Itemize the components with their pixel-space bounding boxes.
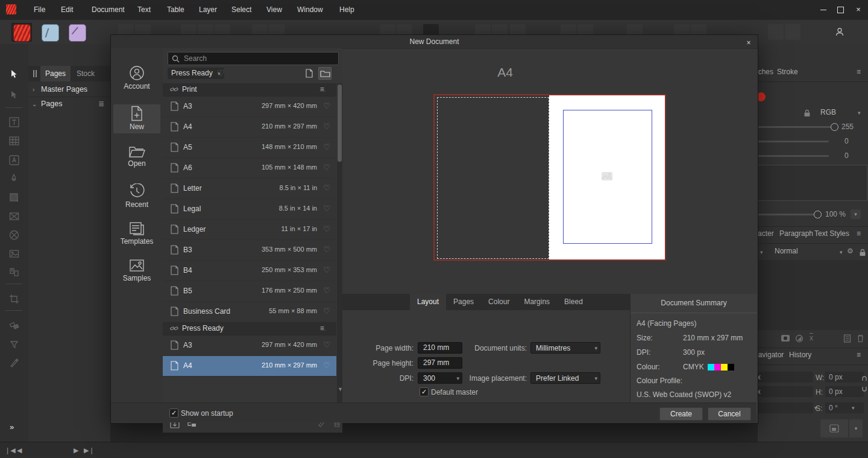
snapping-button[interactable]	[820, 419, 848, 437]
menu-text[interactable]: Text	[137, 5, 151, 14]
move-tool[interactable]	[7, 67, 21, 81]
vector-brush-tool[interactable]	[7, 355, 21, 370]
chevron-right-icon[interactable]: ›	[33, 83, 34, 97]
menu-document[interactable]: Document	[92, 5, 125, 14]
nav-templates[interactable]: Templates	[113, 221, 160, 246]
lock-icon[interactable]	[859, 249, 866, 256]
search-input[interactable]	[183, 53, 336, 64]
favorite-icon[interactable]: ♡	[323, 340, 330, 349]
tab-history[interactable]: History	[789, 351, 811, 359]
nav-account[interactable]: Account	[113, 65, 160, 91]
fx-layer-icon[interactable]: x	[810, 334, 813, 342]
tab-stroke[interactable]: Stroke	[777, 68, 798, 76]
photo-persona-button[interactable]	[67, 23, 87, 42]
rotation-field[interactable]: 0 °▾	[757, 402, 813, 413]
press-ready-section-header[interactable]: Press Ready ≡.	[163, 322, 336, 336]
delete-layer-icon[interactable]	[857, 334, 864, 343]
frame-text-tool[interactable]	[7, 115, 21, 129]
menu-layer[interactable]: Layer	[199, 5, 217, 14]
preset-a6[interactable]: A6105 mm × 148 mm♡	[163, 158, 336, 179]
chevron-down-icon[interactable]: ⌄	[32, 97, 37, 111]
favorite-icon[interactable]: ♡	[323, 204, 330, 213]
scrollbar-thumb[interactable]	[338, 84, 342, 162]
shear-field[interactable]: 0 °▾	[825, 402, 864, 413]
colour-swatch-red[interactable]	[757, 92, 766, 101]
placement-select[interactable]: Prefer Linked ▾	[530, 372, 600, 384]
new-layer-icon[interactable]	[843, 334, 851, 343]
master-pages-section[interactable]: › Master Pages	[28, 83, 110, 97]
preset-letter[interactable]: Letter8.5 in × 11 in♡	[163, 179, 336, 199]
picture-frame-rect-tool[interactable]	[7, 209, 21, 223]
dpi-select[interactable]: 300 ▾	[418, 372, 462, 384]
next-page-button[interactable]: ▶	[74, 446, 78, 455]
fill-tool[interactable]	[7, 318, 21, 332]
chevron-down-icon[interactable]: ▾	[840, 249, 843, 255]
tab-bleed[interactable]: Bleed	[557, 294, 590, 310]
data-merge-tool[interactable]	[7, 265, 21, 279]
tab-text-styles[interactable]: Text Styles	[814, 229, 849, 238]
preset-press-a4-selected[interactable]: A4210 mm × 297 mm♡	[163, 356, 336, 377]
menu-help[interactable]: Help	[339, 5, 354, 14]
menu-edit[interactable]: Edit	[61, 5, 74, 14]
tab-swatches[interactable]: Swatches	[757, 68, 773, 76]
page-width-input[interactable]	[418, 342, 462, 354]
section-menu-icon[interactable]: ≡.	[320, 83, 326, 97]
colour-mode-select[interactable]: RGB	[820, 108, 836, 116]
favorite-icon[interactable]: ♡	[323, 142, 330, 151]
menu-view[interactable]: View	[266, 5, 282, 14]
tab-colour[interactable]: Colour	[481, 294, 517, 310]
transform-y-field[interactable]: 0 px	[757, 386, 813, 397]
transform-x-field[interactable]: 0 px	[757, 372, 813, 383]
transform-h-field[interactable]: 0 px	[825, 386, 864, 397]
favorite-icon[interactable]: ♡	[323, 361, 330, 370]
menu-file[interactable]: File	[34, 5, 45, 14]
menu-select[interactable]: Select	[231, 5, 251, 14]
favorite-icon[interactable]: ♡	[323, 307, 330, 316]
picture-frame-ellipse-tool[interactable]	[7, 227, 21, 242]
table-tool[interactable]	[7, 133, 21, 148]
tab-navigator[interactable]: Navigator	[757, 351, 784, 359]
preset-ledger[interactable]: Ledger11 in × 17 in♡	[163, 220, 336, 240]
pages-section[interactable]: ⌄ Pages ≣	[28, 97, 110, 111]
nav-recent[interactable]: Recent	[113, 183, 160, 209]
transparency-tool[interactable]	[7, 337, 21, 351]
mask-layer-icon[interactable]	[781, 334, 790, 342]
cancel-button[interactable]: Cancel	[708, 407, 751, 421]
tab-character[interactable]: Character	[757, 229, 774, 238]
favorite-icon[interactable]: ♡	[323, 183, 330, 192]
favorite-icon[interactable]: ♡	[323, 122, 330, 131]
category-dropdown[interactable]: Press Ready ▾	[168, 68, 224, 79]
lock-icon[interactable]	[804, 109, 811, 117]
create-button[interactable]: Create	[659, 407, 703, 421]
preset-b3[interactable]: B3353 mm × 500 mm♡	[163, 240, 336, 261]
menu-table[interactable]: Table	[167, 5, 184, 14]
slider-thumb[interactable]	[814, 211, 822, 218]
single-page-toggle[interactable]	[303, 67, 316, 80]
page-height-input[interactable]	[418, 357, 462, 369]
favorites-filter-icon[interactable]: ♡	[217, 68, 225, 78]
previous-page-button[interactable]: ◀	[17, 446, 22, 455]
favorite-icon[interactable]: ♡	[323, 286, 330, 295]
favorite-icon[interactable]: ♡	[323, 101, 330, 110]
favorite-icon[interactable]: ♡	[323, 163, 330, 172]
node-tool[interactable]	[7, 87, 21, 102]
preset-press-a3[interactable]: A3297 mm × 420 mm♡	[163, 336, 336, 356]
panel-menu-icon[interactable]: ≡	[857, 68, 861, 76]
show-on-startup-checkbox[interactable]: ✓	[169, 409, 178, 418]
chevron-down-icon[interactable]: ▾	[851, 209, 861, 219]
favorite-icon[interactable]: ♡	[323, 245, 330, 254]
toolbar-button[interactable]	[768, 24, 784, 40]
preset-a5[interactable]: A5148 mm × 210 mm♡	[163, 138, 336, 158]
place-image-tool[interactable]	[7, 246, 21, 261]
account-avatar-button[interactable]	[831, 23, 849, 41]
preset-legal[interactable]: Legal8.5 in × 14 in♡	[163, 199, 336, 220]
nav-new[interactable]: New	[113, 104, 160, 133]
publisher-persona-button[interactable]	[11, 23, 32, 42]
last-page-button[interactable]: ▶❘	[84, 446, 95, 455]
rectangle-tool[interactable]	[7, 190, 21, 205]
pen-tool[interactable]	[7, 171, 21, 186]
panel-menu-icon[interactable]: ≡	[857, 229, 861, 238]
slider-thumb[interactable]	[831, 123, 838, 131]
page-display-options-icon[interactable]: ≣	[98, 97, 104, 111]
chevron-down-icon[interactable]: ▾	[852, 402, 855, 413]
